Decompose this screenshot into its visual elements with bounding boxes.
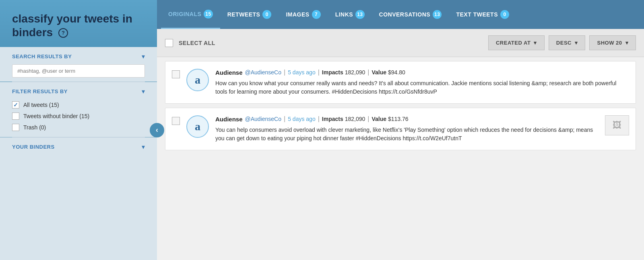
tweet-impacts-2: Impacts 182,090: [322, 116, 365, 122]
tab-links[interactable]: LINKS 13: [328, 0, 372, 29]
filter-chevron-icon[interactable]: ▾: [142, 88, 145, 95]
search-input[interactable]: [12, 64, 145, 78]
tweet-separator-6: |: [367, 115, 369, 123]
filter-checkbox-without-binder[interactable]: [12, 113, 19, 120]
filter-label-all: All tweets (15): [23, 102, 59, 108]
tweet-meta-2: Audiense @AudienseCo | 5 days ago | Impa…: [215, 115, 599, 123]
filter-label-without-binder: Tweets without binder (15): [23, 113, 89, 119]
tweet-value-1: Value $94.80: [372, 69, 405, 76]
tab-conversations[interactable]: CONVERSATIONS 13: [372, 0, 449, 29]
tab-text-tweets-label: TEXT TWEETS: [456, 11, 498, 18]
sort-created-at-label: CREATED AT: [496, 40, 530, 46]
select-all-label: SELECT ALL: [179, 40, 215, 46]
tab-retweets-badge: 0: [262, 10, 271, 19]
avatar-1: a: [186, 69, 209, 91]
toolbar-right: CREATED AT ▾ DESC ▾ SHOW 20 ▾: [488, 35, 636, 50]
tweet-separator-3: |: [367, 69, 369, 76]
tweet-author-2: Audiense: [215, 116, 243, 123]
binders-label: YOUR BINDERS: [12, 144, 55, 150]
tweet-handle-2[interactable]: @AudienseCo: [245, 116, 282, 122]
search-results-chevron-icon[interactable]: ▾: [142, 53, 145, 60]
tweet-time-1: 5 days ago: [288, 69, 316, 76]
filter-label-trash: Trash (0): [23, 124, 46, 131]
tweet-value-2: Value $113.76: [372, 116, 408, 122]
show-count-label: SHOW 20: [597, 40, 622, 46]
tweet-checkbox-2[interactable]: [172, 117, 180, 125]
filter-item-trash[interactable]: Trash (0): [12, 122, 145, 133]
tweet-text-2: You can help consumers avoid overload wi…: [215, 126, 599, 143]
binders-chevron-icon[interactable]: ▾: [142, 143, 145, 151]
checkmark-icon: ✓: [13, 102, 18, 108]
toolbar: SELECT ALL CREATED AT ▾ DESC ▾ SHOW 20 ▾: [157, 29, 644, 57]
filter-item-all[interactable]: ✓ All tweets (15): [12, 99, 145, 111]
select-all-checkbox[interactable]: [165, 39, 173, 47]
tab-text-tweets-badge: 0: [500, 10, 509, 19]
show-count-button[interactable]: SHOW 20 ▾: [589, 35, 636, 50]
collapse-sidebar-button[interactable]: ‹: [150, 123, 164, 137]
tweet-author-1: Audiense: [215, 69, 243, 76]
tab-originals[interactable]: ORIGINALS 15: [161, 0, 220, 29]
avatar-letter-2: a: [195, 120, 200, 133]
tab-links-label: LINKS: [335, 11, 353, 18]
tweet-image-placeholder-2: 🖼: [605, 115, 629, 135]
tab-conversations-badge: 13: [433, 10, 442, 19]
tab-links-badge: 13: [355, 10, 364, 19]
tweet-separator-2: |: [318, 69, 320, 76]
sort-direction-chevron-icon: ▾: [575, 40, 578, 46]
avatar-2: a: [186, 115, 209, 138]
tweet-list: a Audiense @AudienseCo | 5 days ago | Im…: [157, 57, 644, 260]
tweet-text-1: How can you know what your consumer real…: [215, 79, 629, 96]
search-results-section: SEARCH RESULTS BY ▾: [0, 47, 157, 82]
sidebar-title: classify your tweets in binders ?: [0, 0, 157, 47]
tab-originals-label: ORIGINALS: [168, 11, 201, 17]
sort-created-at-chevron-icon: ▾: [534, 40, 537, 46]
tweet-impacts-1: Impacts 182,090: [322, 69, 365, 76]
sort-direction-label: DESC: [556, 40, 572, 46]
sidebar: classify your tweets in binders ? SEARCH…: [0, 0, 157, 260]
avatar-letter-1: a: [195, 74, 200, 86]
tab-images[interactable]: IMAGES 7: [279, 0, 328, 29]
tweet-separator-5: |: [318, 115, 320, 123]
tab-images-label: IMAGES: [286, 11, 309, 18]
search-results-label: SEARCH RESULTS BY: [12, 53, 72, 59]
filter-label: FILTER RESULTS BY: [12, 88, 68, 94]
tweet-separator-4: |: [284, 115, 285, 123]
show-count-chevron-icon: ▾: [625, 40, 629, 46]
filter-checkbox-trash[interactable]: [12, 124, 19, 131]
tab-images-badge: 7: [312, 10, 321, 19]
filter-section: FILTER RESULTS BY ▾ ✓ All tweets (15) Tw…: [0, 82, 157, 137]
tweet-time-2: 5 days ago: [288, 116, 316, 122]
tweet-card-1: a Audiense @AudienseCo | 5 days ago | Im…: [165, 61, 636, 104]
binders-section: YOUR BINDERS ▾: [0, 137, 157, 260]
toolbar-left: SELECT ALL: [165, 39, 215, 47]
tweet-card-2: a Audiense @AudienseCo | 5 days ago | Im…: [165, 108, 636, 150]
image-placeholder-icon: 🖼: [613, 120, 621, 131]
filter-checkbox-all[interactable]: ✓: [12, 101, 19, 109]
tab-conversations-label: CONVERSATIONS: [379, 11, 431, 18]
tab-retweets-label: RETWEETS: [227, 11, 260, 18]
tweet-handle-1[interactable]: @AudienseCo: [245, 69, 282, 76]
tweet-meta-1: Audiense @AudienseCo | 5 days ago | Impa…: [215, 69, 629, 76]
sort-created-at-button[interactable]: CREATED AT ▾: [488, 35, 545, 50]
tab-retweets[interactable]: RETWEETS 0: [220, 0, 279, 29]
tweet-content-2: Audiense @AudienseCo | 5 days ago | Impa…: [215, 115, 599, 143]
tweet-separator-1: |: [284, 69, 285, 76]
help-icon[interactable]: ?: [58, 28, 68, 38]
tab-text-tweets[interactable]: TEXT TWEETS 0: [449, 0, 516, 29]
tab-bar: ORIGINALS 15 RETWEETS 0 IMAGES 7 LINKS 1…: [157, 0, 644, 29]
tab-originals-badge: 15: [204, 10, 213, 18]
tweet-checkbox-1[interactable]: [172, 70, 180, 78]
filter-item-without-binder[interactable]: Tweets without binder (15): [12, 111, 145, 122]
sort-direction-button[interactable]: DESC ▾: [549, 35, 586, 50]
main-content: ORIGINALS 15 RETWEETS 0 IMAGES 7 LINKS 1…: [157, 0, 644, 260]
tweet-content-1: Audiense @AudienseCo | 5 days ago | Impa…: [215, 69, 629, 96]
